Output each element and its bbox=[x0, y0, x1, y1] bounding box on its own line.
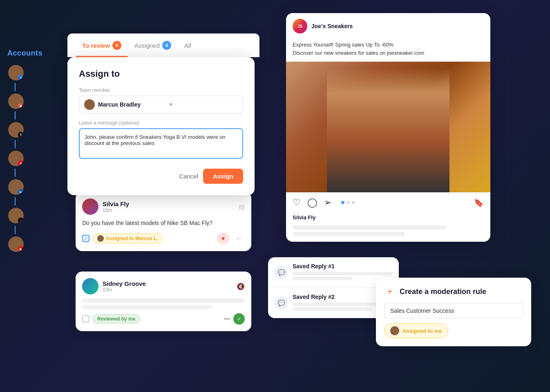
ig-comment-line-1 bbox=[293, 225, 446, 229]
message-label: Leave a message (optional) bbox=[79, 120, 243, 126]
sidney-name: Sidney Groove bbox=[103, 280, 146, 287]
ig-person-figure bbox=[327, 68, 449, 192]
ig-comment-line-2 bbox=[293, 232, 405, 236]
tab-to-review[interactable]: To review 5 bbox=[76, 33, 128, 57]
content-line-2 bbox=[82, 305, 212, 309]
card-header-1: Silvia Fly 10m ▤ bbox=[82, 198, 245, 215]
mod-rule-header: + Create a moderation rule bbox=[384, 286, 523, 297]
assign-modal: Assign to Team member Marcus Bradley ▾ L… bbox=[67, 57, 255, 195]
assignee-dot bbox=[97, 235, 104, 242]
ig-caption-line2: Discover our new sneakers for sales on j… bbox=[293, 50, 424, 56]
divider-2 bbox=[15, 111, 16, 120]
ig-post-image bbox=[286, 62, 490, 192]
facebook-badge: f bbox=[18, 75, 24, 80]
checkmark-icon: ✓ bbox=[84, 236, 88, 241]
to-review-badge: 5 bbox=[112, 41, 121, 50]
linkedin-icon: in bbox=[8, 179, 24, 195]
sidebar-item-facebook[interactable]: f bbox=[7, 63, 42, 82]
silvia-avatar bbox=[82, 198, 98, 215]
reply-button[interactable]: ↩ bbox=[233, 232, 245, 245]
selected-member-name: Marcus Bradley bbox=[98, 101, 166, 108]
ig-caption-line1: Express Yourself! Spring sales Up To -60… bbox=[293, 42, 393, 48]
dot-2 bbox=[352, 201, 355, 204]
card-footer-1: ✓ Assigned to Marcus L. ♥ ↩ bbox=[82, 232, 245, 245]
message-icon-1: ▤ bbox=[239, 203, 245, 211]
main-panel: To review 5 Assigned 4 All bbox=[67, 33, 259, 57]
ig-commenter-name: Silvia Fly bbox=[286, 213, 490, 225]
reply-1-icon: 💬 bbox=[275, 266, 288, 279]
marcus-avatar bbox=[84, 99, 95, 110]
divider-3 bbox=[15, 140, 16, 148]
linkedin-badge: in bbox=[18, 189, 24, 195]
reply-2-icon: 💬 bbox=[275, 296, 288, 310]
sidebar-item-linkedin[interactable]: in bbox=[7, 178, 42, 196]
tab-assigned[interactable]: Assigned 4 bbox=[128, 33, 178, 57]
silvia-time: 10m bbox=[103, 207, 129, 213]
moderation-rule-panel: + Create a moderation rule Assigned to m… bbox=[376, 278, 531, 346]
assigned-to-me-badge: Assigned to me bbox=[384, 323, 448, 338]
ig-comment-button[interactable]: ◯ bbox=[307, 197, 317, 208]
mod-rule-input[interactable] bbox=[384, 303, 523, 318]
ig-share-button[interactable]: ➢ bbox=[324, 197, 331, 208]
divider-1 bbox=[15, 83, 16, 91]
ig-caption: Express Yourself! Spring sales Up To -60… bbox=[286, 39, 490, 62]
sidebar-item-twitter[interactable]: 𝕏 bbox=[7, 120, 42, 139]
sidebar: Accounts f ◉ 𝕏 P in ♪ bbox=[7, 49, 42, 254]
ig-bookmark-button[interactable]: 🔖 bbox=[474, 198, 484, 207]
reply-1-lines bbox=[293, 272, 392, 280]
reviewed-text: Reviewed by me bbox=[97, 316, 135, 322]
silvia-message-text: Do you have the latest models of Nike SB… bbox=[82, 219, 245, 227]
assign-button[interactable]: Assign bbox=[203, 169, 243, 184]
message-input[interactable]: John, please confirm if Sneakers Yoga B.… bbox=[79, 128, 243, 159]
team-member-select[interactable]: Marcus Bradley ▾ bbox=[79, 96, 243, 114]
assigned-badge: 4 bbox=[162, 41, 171, 50]
silvia-name: Silvia Fly bbox=[103, 200, 129, 207]
reply-1-line-2 bbox=[293, 277, 352, 280]
modal-actions: Cancel Assign bbox=[79, 169, 243, 184]
divider-6 bbox=[15, 226, 16, 234]
facebook-icon: f bbox=[8, 65, 24, 80]
sidebar-item-tiktok[interactable]: ♪ bbox=[7, 206, 42, 225]
content-line-1 bbox=[82, 298, 245, 303]
ig-post-header: JS Joe's Sneakers bbox=[286, 13, 490, 39]
sidebar-item-instagram[interactable]: ◉ bbox=[7, 92, 42, 111]
tiktok-badge: ♪ bbox=[18, 218, 24, 223]
card2-checkbox[interactable] bbox=[82, 315, 89, 323]
tabs-container: To review 5 Assigned 4 All bbox=[67, 33, 259, 57]
card-header-2: Sidney Groove 10m 🔇 bbox=[82, 278, 245, 294]
cancel-button[interactable]: Cancel bbox=[179, 173, 198, 180]
ig-carousel-dots bbox=[341, 201, 355, 204]
reviewed-by-me-badge: Reviewed by me bbox=[93, 314, 140, 323]
sidebar-item-youtube[interactable]: ▶ bbox=[7, 235, 42, 254]
tab-assigned-label: Assigned bbox=[134, 42, 160, 49]
reply-1-title: Saved Reply #1 bbox=[293, 263, 392, 270]
pinterest-badge: P bbox=[18, 160, 24, 166]
tab-all[interactable]: All bbox=[178, 33, 198, 57]
mute-icon: 🔇 bbox=[237, 283, 245, 290]
more-options-button[interactable]: ••• bbox=[224, 316, 230, 322]
instagram-badge: ◉ bbox=[18, 103, 24, 109]
instagram-icon: ◉ bbox=[8, 94, 24, 109]
accounts-label: Accounts bbox=[7, 49, 42, 58]
card-footer-2: Reviewed by me ••• ✓ bbox=[82, 313, 245, 325]
reply-1-content: Saved Reply #1 bbox=[293, 263, 392, 282]
instagram-panel: JS Joe's Sneakers Express Yourself! Spri… bbox=[286, 13, 490, 242]
sidney-avatar bbox=[82, 278, 98, 294]
card1-checkbox[interactable]: ✓ bbox=[82, 235, 89, 242]
plus-icon: + bbox=[384, 286, 396, 297]
ig-action-bar: ♡ ◯ ➢ 🔖 bbox=[286, 192, 490, 213]
assigned-avatar bbox=[390, 326, 399, 335]
assigned-to-me-text: Assigned to me bbox=[402, 328, 442, 334]
reply-1-line-1 bbox=[293, 272, 392, 275]
heart-button[interactable]: ♥ bbox=[217, 232, 229, 245]
twitter-badge: 𝕏 bbox=[18, 132, 24, 138]
mod-rule-title: Create a moderation rule bbox=[400, 287, 486, 296]
sidebar-item-pinterest[interactable]: P bbox=[7, 149, 42, 168]
team-member-label: Team member bbox=[79, 87, 243, 93]
tab-all-label: All bbox=[184, 42, 191, 49]
complete-check-button[interactable]: ✓ bbox=[233, 313, 245, 325]
twitter-icon: 𝕏 bbox=[8, 122, 24, 138]
joes-sneakers-avatar: JS bbox=[293, 19, 307, 33]
pinterest-icon: P bbox=[8, 151, 24, 166]
ig-like-button[interactable]: ♡ bbox=[293, 197, 301, 208]
